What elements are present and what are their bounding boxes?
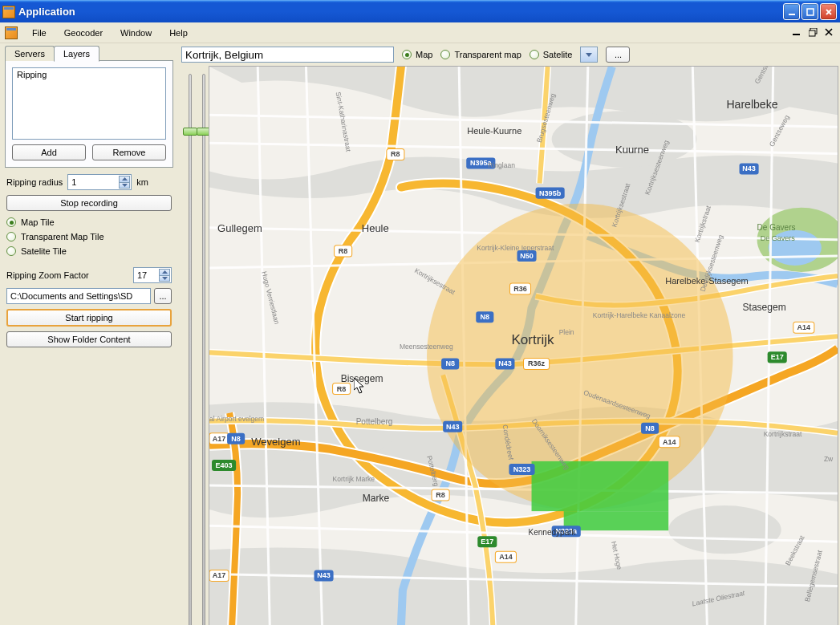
- svg-text:al Airport evelgem: al Airport evelgem: [209, 415, 264, 423]
- radio-satelite-tile[interactable]: Satelite Tile: [6, 246, 172, 256]
- maptype-combo[interactable]: [580, 47, 598, 63]
- zoom-factor-spinner[interactable]: [133, 267, 172, 283]
- remove-button[interactable]: Remove: [92, 144, 166, 160]
- app-icon: [2, 6, 15, 18]
- zoom-spin-up[interactable]: [159, 269, 170, 275]
- zoom-slider-right[interactable]: [202, 74, 205, 625]
- svg-point-9: [668, 505, 781, 554]
- tab-header: Servers Layers: [5, 46, 173, 61]
- mdi-minimize[interactable]: [790, 26, 803, 39]
- tab-layers[interactable]: Layers: [54, 46, 99, 62]
- svg-rect-2: [793, 34, 800, 35]
- svg-text:Kortrijk: Kortrijk: [511, 332, 554, 347]
- mdi-controls: [790, 26, 835, 39]
- svg-text:R8: R8: [339, 247, 348, 255]
- browse-path-button[interactable]: ...: [154, 288, 172, 304]
- radio-transparent-map-tile[interactable]: Transparent Map Tile: [6, 232, 172, 241]
- layer-item[interactable]: Ripping: [15, 69, 163, 80]
- tab-body: Ripping Add Remove: [5, 60, 173, 168]
- radio-icon: [6, 232, 16, 241]
- radio-map-tile[interactable]: Map Tile: [6, 217, 172, 227]
- svg-rect-4: [809, 30, 815, 36]
- svg-text:A17: A17: [213, 435, 226, 443]
- ripping-radius-spinner[interactable]: [67, 174, 132, 190]
- svg-text:Kortrijk Marke: Kortrijk Marke: [333, 475, 375, 483]
- radio-icon: [440, 50, 450, 59]
- svg-text:Ringlaan: Ringlaan: [488, 161, 515, 169]
- menu-file[interactable]: File: [24, 25, 55, 41]
- menu-window[interactable]: Window: [112, 25, 160, 41]
- stop-recording-button[interactable]: Stop recording: [6, 195, 172, 211]
- svg-text:Gullegem: Gullegem: [217, 222, 262, 234]
- svg-point-7: [552, 111, 697, 167]
- radio-icon: [530, 50, 539, 59]
- radius-spin-down[interactable]: [119, 182, 130, 189]
- svg-text:Meensesteenweg: Meensesteenweg: [400, 343, 453, 351]
- output-path-field[interactable]: C:\Documents and Settings\SD: [6, 288, 151, 304]
- map-canvas[interactable]: R8 N395a N395b R8 N50 R36 N8 R8 N8 N43 R…: [209, 66, 838, 625]
- radio-maptype-transparent[interactable]: Transparent map: [440, 50, 521, 59]
- window-controls: [783, 3, 837, 20]
- svg-text:N43: N43: [317, 571, 331, 579]
- map-toolbar: Map Transparent map Satelite ...: [180, 45, 838, 66]
- svg-text:R8: R8: [337, 385, 347, 393]
- titlebar: Application: [0, 0, 840, 22]
- svg-text:Kortrijkstraat: Kortrijkstraat: [764, 430, 802, 438]
- svg-text:N43: N43: [498, 359, 512, 367]
- svg-text:Heule-Kuurne: Heule-Kuurne: [467, 126, 521, 136]
- location-search-input[interactable]: [181, 47, 394, 63]
- svg-text:Wevelgem: Wevelgem: [251, 436, 300, 448]
- radio-maptype-map[interactable]: Map: [402, 50, 432, 59]
- svg-text:Plein: Plein: [559, 328, 574, 336]
- mdi-close[interactable]: [822, 26, 835, 39]
- tab-servers[interactable]: Servers: [5, 46, 55, 61]
- zoom-slider-left-thumb[interactable]: [183, 128, 197, 136]
- svg-text:N43: N43: [742, 164, 756, 172]
- add-button[interactable]: Add: [12, 144, 86, 160]
- svg-text:Pottelberg: Pottelberg: [356, 417, 393, 426]
- svg-text:De Gavers: De Gavers: [757, 223, 796, 232]
- svg-text:Heule: Heule: [362, 222, 389, 234]
- menu-help[interactable]: Help: [161, 25, 196, 41]
- map-viewport: R8 N395a N395b R8 N50 R36 N8 R8 N8 N43 R…: [180, 66, 838, 625]
- minimize-button[interactable]: [783, 3, 800, 20]
- zoom-sliders: [180, 66, 209, 625]
- sidebar: Servers Layers Ripping Add Remove Rippin…: [0, 43, 178, 625]
- svg-text:R8: R8: [391, 150, 400, 158]
- mdi-restore[interactable]: [806, 26, 819, 39]
- svg-text:N8: N8: [231, 435, 241, 443]
- radius-spin-up[interactable]: [119, 176, 130, 182]
- start-ripping-button[interactable]: Start ripping: [6, 309, 172, 327]
- tile-type-group: Map Tile Transparent Map Tile Satelite T…: [6, 216, 172, 259]
- map-svg: R8 N395a N395b R8 N50 R36 N8 R8 N8 N43 R…: [209, 67, 838, 625]
- svg-text:N8: N8: [481, 313, 490, 321]
- svg-text:Kortrijk-Harelbeke Kanaalzone: Kortrijk-Harelbeke Kanaalzone: [593, 311, 686, 319]
- svg-text:Bissegem: Bissegem: [341, 373, 383, 384]
- menu-geocoder[interactable]: Geocoder: [56, 25, 111, 41]
- show-folder-content-button[interactable]: Show Folder Content: [6, 331, 172, 347]
- svg-text:Harelbeke: Harelbeke: [726, 98, 777, 111]
- layer-list[interactable]: Ripping: [12, 67, 166, 140]
- zoom-spin-down[interactable]: [159, 275, 170, 282]
- close-button[interactable]: [820, 3, 837, 20]
- zoom-slider-left[interactable]: [189, 74, 192, 625]
- svg-text:N323: N323: [513, 465, 531, 473]
- ripping-panel: Ripping radius km Stop recording Map Til…: [5, 168, 173, 359]
- svg-text:R36z: R36z: [528, 359, 546, 367]
- svg-text:Kennedypark: Kennedypark: [529, 528, 577, 537]
- svg-text:R8: R8: [436, 491, 445, 499]
- zoom-factor-label: Ripping Zoom Factor: [6, 270, 89, 280]
- maximize-button[interactable]: [801, 3, 818, 20]
- menubar: File Geocoder Window Help: [0, 22, 840, 43]
- radio-icon: [402, 50, 412, 59]
- mdi-app-icon: [5, 26, 18, 39]
- svg-text:N8: N8: [645, 424, 655, 432]
- radio-icon: [6, 217, 16, 227]
- toolbar-more-button[interactable]: ...: [606, 47, 630, 63]
- svg-text:E403: E403: [216, 461, 233, 469]
- svg-text:R36: R36: [513, 285, 527, 293]
- svg-text:Kuurne: Kuurne: [615, 144, 649, 156]
- svg-text:A14: A14: [663, 438, 676, 446]
- svg-text:Marke: Marke: [363, 493, 390, 504]
- radio-maptype-satelite[interactable]: Satelite: [530, 50, 573, 59]
